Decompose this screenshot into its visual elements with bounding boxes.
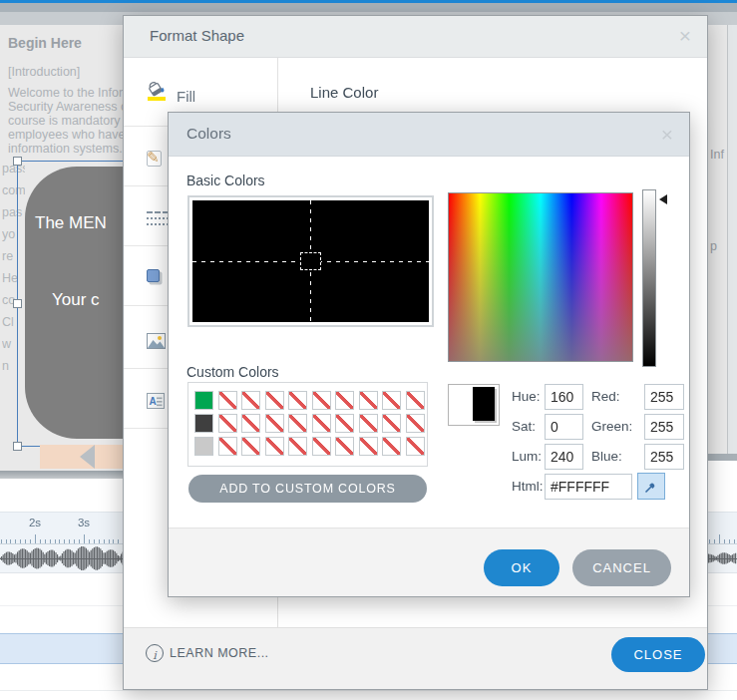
selection-handle[interactable] (13, 157, 22, 166)
notes-lines: [Introduction]Welcome to the InformatioS… (8, 65, 125, 156)
empty-swatch[interactable] (335, 414, 354, 433)
dialog-title: Format Shape (150, 27, 244, 44)
fill-color-bar (148, 97, 166, 101)
color-marker[interactable] (300, 252, 321, 270)
basic-colors-label: Basic Colors (186, 173, 265, 188)
ok-button[interactable]: OK (484, 549, 559, 586)
picture-icon[interactable] (147, 333, 166, 353)
empty-swatch[interactable] (288, 437, 307, 456)
text-box-icon[interactable]: A (147, 393, 165, 413)
empty-swatch[interactable] (406, 391, 425, 410)
notes-line-fragment: re (2, 245, 25, 267)
luminance-slider[interactable] (642, 189, 656, 367)
custom-swatch[interactable] (194, 391, 213, 410)
shape-text-line2: Your c (52, 290, 100, 310)
close-icon[interactable]: × (673, 23, 697, 49)
notes-text-fragments: passingcomplpasyoreHecoClwn (2, 158, 25, 377)
color-preview-solid (473, 387, 495, 421)
color-preview (448, 384, 500, 426)
colors-titlebar[interactable]: Colors × (169, 113, 689, 157)
cancel-button[interactable]: CANCEL (572, 549, 671, 586)
ruler-second-label: 3s (78, 517, 90, 528)
empty-swatch[interactable] (382, 391, 401, 410)
red-field[interactable] (644, 384, 684, 410)
empty-swatch[interactable] (218, 414, 237, 433)
empty-swatch[interactable] (218, 437, 237, 456)
ruler-second-label: 2s (29, 517, 41, 528)
slide-edge (0, 471, 125, 479)
pencil-icon[interactable]: ✎ (147, 151, 162, 167)
notes-line: Welcome to the Informatio (8, 86, 125, 100)
dialog-title: Colors (186, 125, 231, 143)
colors-footer: OK CANCEL (169, 527, 689, 596)
empty-swatch[interactable] (382, 437, 401, 456)
format-shape-titlebar[interactable]: Format Shape × (124, 16, 707, 58)
line-style-icon[interactable] (147, 211, 169, 229)
html-field[interactable] (545, 474, 632, 500)
row-divider (0, 690, 737, 691)
notes-title: Begin Here (8, 35, 82, 51)
color-field-picker[interactable] (187, 195, 434, 327)
empty-swatch[interactable] (241, 437, 260, 456)
notes-line-fragment: w (2, 333, 25, 355)
selection-border (17, 161, 125, 162)
custom-colors-label: Custom Colors (186, 364, 279, 380)
custom-swatch[interactable] (194, 414, 213, 433)
empty-swatch[interactable] (335, 437, 354, 456)
empty-swatch[interactable] (335, 391, 354, 410)
shadow-icon[interactable] (147, 269, 160, 282)
empty-swatch[interactable] (406, 437, 425, 456)
empty-swatch[interactable] (359, 414, 378, 433)
sat-label: Sat: (512, 419, 536, 434)
notes-line: [Introduction] (8, 65, 125, 79)
selection-handle[interactable] (13, 299, 22, 308)
lum-label: Lum: (512, 449, 542, 464)
empty-swatch[interactable] (241, 391, 260, 410)
close-button[interactable]: CLOSE (611, 637, 705, 672)
close-icon[interactable]: × (655, 122, 679, 148)
blue-label: Blue: (591, 449, 622, 464)
panel-text-fragment: p (710, 239, 717, 253)
notes-line-fragment: Cl (2, 311, 25, 333)
red-label: Red: (591, 389, 620, 404)
empty-swatch[interactable] (359, 437, 378, 456)
empty-swatch[interactable] (312, 414, 331, 433)
color-field[interactable] (192, 200, 429, 322)
empty-swatch[interactable] (265, 414, 284, 433)
empty-swatch[interactable] (288, 391, 307, 410)
learn-more-link[interactable]: LEARN MORE... (170, 646, 269, 660)
blue-field[interactable] (644, 444, 684, 470)
eyedropper-icon (644, 480, 658, 494)
hue-saturation-picker[interactable] (448, 192, 633, 362)
info-icon: i (146, 644, 164, 662)
notes-line-fragment: He (2, 267, 25, 289)
eyedropper-button[interactable] (637, 473, 665, 500)
custom-swatch[interactable] (194, 437, 213, 456)
empty-swatch[interactable] (218, 391, 237, 410)
hue-field[interactable] (545, 384, 583, 410)
pane-header: Line Color (310, 84, 378, 101)
notes-line-fragment: yo (2, 223, 25, 245)
luminance-arrow-icon[interactable] (659, 194, 667, 204)
empty-swatch[interactable] (312, 437, 331, 456)
empty-swatch[interactable] (406, 414, 425, 433)
empty-swatch[interactable] (265, 437, 284, 456)
lum-field[interactable] (545, 444, 583, 470)
green-field[interactable] (644, 414, 684, 440)
colors-dialog: Colors × Basic Colors Custom Colors ADD … (168, 112, 690, 597)
notes-line: information systems. (8, 142, 125, 156)
empty-swatch[interactable] (265, 391, 284, 410)
green-label: Green: (591, 419, 632, 434)
panel-edge (728, 25, 737, 454)
empty-swatch[interactable] (288, 414, 307, 433)
empty-swatch[interactable] (312, 391, 331, 410)
empty-swatch[interactable] (241, 414, 260, 433)
sat-field[interactable] (545, 414, 583, 440)
sidebar-item-fill[interactable]: Fill (177, 88, 195, 105)
notes-line-fragment: pas (2, 201, 25, 223)
empty-swatch[interactable] (359, 391, 378, 410)
add-to-custom-colors-button[interactable]: ADD TO CUSTOM COLORS (188, 475, 427, 503)
empty-swatch[interactable] (382, 414, 401, 433)
paint-bucket-icon[interactable] (147, 80, 167, 101)
selection-handle[interactable] (13, 442, 22, 451)
